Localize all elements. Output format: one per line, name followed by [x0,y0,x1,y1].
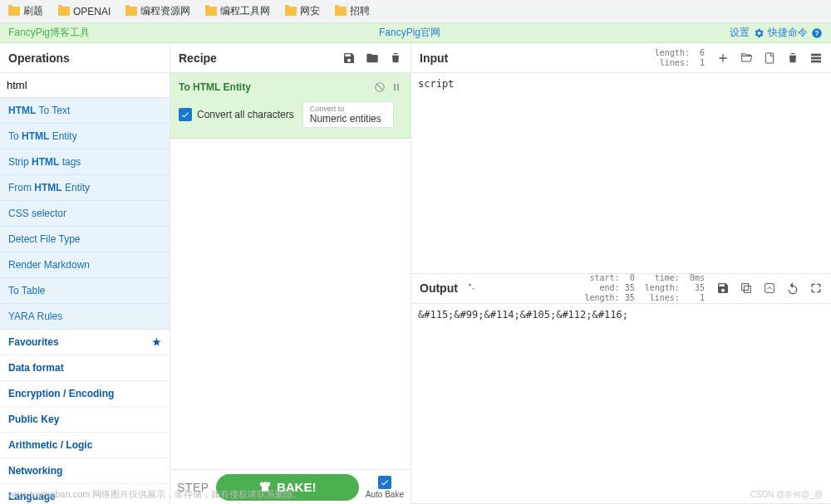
svg-rect-7 [811,53,821,56]
folder-icon [125,7,137,16]
operations-panel: Operations HTML To Text To HTML Entity S… [0,43,170,504]
bookmark-item[interactable]: 招聘 [335,4,370,18]
folder-icon [335,7,347,16]
operation-to-table[interactable]: To Table [0,278,170,304]
folder-icon [205,7,217,16]
pause-icon[interactable] [391,81,402,93]
svg-rect-10 [744,286,750,292]
output-title: Output [420,281,458,295]
search-input[interactable] [0,73,170,98]
maximize-icon[interactable] [809,281,823,295]
operation-to-html-entity[interactable]: To HTML Entity [0,124,170,149]
settings-link[interactable]: 设置 [730,26,750,40]
recipe-panel: Recipe To HTML Entity Convert all ch [170,43,411,504]
bookmark-item[interactable]: 编程资源网 [125,4,190,18]
star-icon: ★ [152,336,161,348]
shortcut-link[interactable]: 快捷命令 [768,26,808,40]
svg-text:?: ? [815,29,819,37]
category-arithmetic[interactable]: Arithmetic / Logic [0,433,170,458]
operation-html-to-text[interactable]: HTML To Text [0,98,170,124]
operation-strip-html-tags[interactable]: Strip HTML tags [0,149,170,175]
checkbox-icon [179,108,192,121]
operation-from-html-entity[interactable]: From HTML Entity [0,175,170,201]
bookmark-item[interactable]: 编程工具网 [205,4,270,18]
clear-input-icon[interactable] [786,51,799,65]
category-networking[interactable]: Networking [0,458,170,484]
svg-rect-5 [397,84,399,91]
input-header: Input length: 6 lines: 1 [411,43,831,73]
gear-icon[interactable] [753,27,765,39]
output-stats: start: 0 time: 0ms end: 35 length: 35 le… [585,273,706,303]
input-title: Input [420,51,448,65]
operation-detect-file-type[interactable]: Detect File Type [0,227,170,252]
watermark-text: www.toymoban.com 网络图片仅供展示，非存储，如有侵权请联系删除。 [8,488,302,501]
save-output-icon[interactable] [716,281,730,295]
svg-rect-9 [811,60,821,62]
top-bar: FancyPig博客工具 FancyPig官网 设置 快捷命令 ? [0,23,831,43]
folder-icon [285,7,297,16]
bookmark-item[interactable]: 网安 [285,4,320,18]
io-column: Input length: 6 lines: 1 script Output s… [411,43,831,504]
input-stats: length: 6 lines: 1 [655,48,705,68]
svg-rect-11 [742,284,749,291]
bookmark-item[interactable]: 刷题 [8,4,43,18]
input-textarea[interactable]: script [411,73,831,273]
help-icon[interactable]: ? [811,27,823,39]
disable-icon[interactable] [374,81,386,93]
svg-rect-8 [811,56,821,59]
category-public-key[interactable]: Public Key [0,407,170,433]
folder-icon [58,7,70,16]
input-pane: Input length: 6 lines: 1 script [411,43,831,274]
svg-rect-4 [394,84,396,91]
output-textarea: &#115;&#99;&#114;&#105;&#112;&#116; [411,304,831,504]
blog-tools-link[interactable]: FancyPig博客工具 [8,26,90,40]
recipe-op-title: To HTML Entity [179,81,251,93]
svg-line-3 [377,85,383,91]
category-data-format[interactable]: Data format [0,355,170,381]
recipe-header: Recipe [170,43,411,73]
watermark-csdn: CSDN @奈何@_@ [750,489,823,501]
operations-header: Operations [0,43,170,73]
operation-css-selector[interactable]: CSS selector [0,201,170,227]
convert-to-select[interactable]: Convert to Numeric entities [302,101,394,128]
magic-icon[interactable] [465,281,476,296]
replace-input-icon[interactable] [763,281,776,295]
folder-icon [8,7,20,16]
open-folder-icon[interactable] [740,51,753,65]
add-tab-icon[interactable] [716,51,730,65]
output-pane: Output start: 0 time: 0ms end: 35 length… [411,274,831,505]
svg-rect-12 [765,284,774,293]
recipe-title: Recipe [179,51,217,65]
trash-icon[interactable] [389,51,402,65]
open-file-icon[interactable] [763,51,776,65]
bookmarks-bar: 刷题 OPENAI 编程资源网 编程工具网 网安 招聘 [0,0,831,23]
folder-icon[interactable] [366,51,379,65]
category-encryption[interactable]: Encryption / Encoding [0,381,170,407]
operation-yara-rules[interactable]: YARA Rules [0,304,170,330]
category-favourites[interactable]: Favourites★ [0,330,170,355]
auto-bake-toggle[interactable]: Auto Bake [366,476,404,499]
copy-output-icon[interactable] [740,281,753,295]
save-icon[interactable] [342,51,356,65]
official-site-link[interactable]: FancyPig官网 [379,26,440,40]
checkbox-icon [378,476,391,489]
operations-title: Operations [8,51,70,65]
recipe-operation: To HTML Entity Convert all characters Co… [170,73,411,139]
output-header: Output start: 0 time: 0ms end: 35 length… [411,274,831,304]
operation-render-markdown[interactable]: Render Markdown [0,252,170,278]
operations-list: HTML To Text To HTML Entity Strip HTML t… [0,98,170,504]
reset-layout-icon[interactable] [809,51,823,65]
svg-rect-6 [765,53,773,63]
convert-all-checkbox[interactable]: Convert all characters [179,108,294,121]
bookmark-item[interactable]: OPENAI [58,6,111,17]
undo-icon[interactable] [786,281,799,295]
